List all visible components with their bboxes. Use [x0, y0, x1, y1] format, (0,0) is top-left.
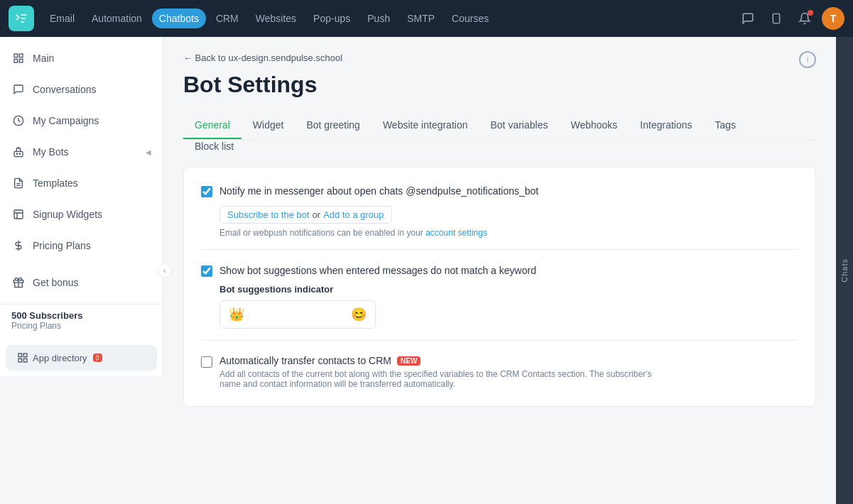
notifications-icon[interactable] [793, 7, 816, 30]
svg-rect-5 [14, 59, 18, 62]
crm-setting-row: Automatically transfer contacts to CRM N… [201, 340, 798, 389]
sidebar-label-campaigns: My Campaigns [33, 115, 99, 126]
sidebar-label-bonus: Get bonus [33, 277, 79, 288]
svg-rect-3 [19, 54, 23, 57]
chats-panel[interactable]: Chats [836, 37, 853, 504]
app-directory-button[interactable]: App directoryβ [6, 345, 157, 371]
tab-bot-variables[interactable]: Bot variables [479, 112, 559, 139]
svg-point-9 [19, 153, 20, 154]
app-directory-badge: β [93, 354, 102, 362]
notification-badge [808, 10, 813, 16]
pricing-icon [11, 239, 26, 253]
settings-panel: Notify me in messenger about open chats … [183, 167, 816, 407]
template-icon [11, 176, 26, 190]
nav-smtp[interactable]: SMTP [400, 9, 442, 28]
notify-label: Notify me in messenger about open chats … [219, 185, 538, 197]
indicator-value: 👑 [229, 307, 244, 322]
new-badge: NEW [397, 356, 420, 366]
tab-website-integration[interactable]: Website integration [371, 112, 479, 139]
sidebar-label-pricing: Pricing Plans [33, 240, 91, 251]
svg-rect-4 [19, 59, 23, 62]
notify-setting-row: Notify me in messenger about open chats … [201, 185, 798, 238]
nav-websites[interactable]: Websites [249, 9, 303, 28]
app-directory-label: App directory [33, 353, 87, 363]
nav-chatbots[interactable]: Chatbots [152, 9, 206, 28]
tab-bar: General Widget Bot greeting Website inte… [183, 112, 816, 140]
notify-hint: Email or webpush notifications can be en… [219, 228, 538, 238]
nav-crm[interactable]: CRM [209, 9, 246, 28]
back-link[interactable]: ← Back to ux-design.sendpulse.school [183, 53, 342, 63]
tab-tags[interactable]: Tags [704, 112, 748, 139]
notify-hint-prefix: Email or webpush notifications can be en… [219, 228, 425, 238]
sidebar-item-templates[interactable]: Templates [0, 168, 163, 199]
tab-widget[interactable]: Widget [241, 112, 295, 139]
svg-rect-12 [14, 210, 23, 219]
svg-rect-15 [18, 354, 22, 357]
subscribe-to-bot-link[interactable]: Subscribe to the bot [227, 209, 310, 220]
sidebar-item-main[interactable]: Main [0, 43, 163, 74]
logo[interactable] [9, 6, 34, 31]
svg-point-8 [16, 153, 17, 154]
sidebar-label-conversations: Conversations [33, 84, 97, 95]
nav-push[interactable]: Push [360, 9, 397, 28]
subscribe-links: Subscribe to the bot or Add to a group [219, 206, 392, 224]
sidebar-label-mybots: My Bots [33, 146, 69, 158]
account-settings-link[interactable]: account settings [425, 228, 487, 238]
svg-rect-18 [18, 358, 22, 362]
suggestions-setting-row: Show bot suggestions when entered messag… [201, 249, 798, 329]
svg-rect-0 [773, 13, 779, 23]
emoji-picker-button[interactable]: 😊 [351, 307, 366, 322]
chevron-icon: ◀ [146, 148, 151, 156]
plans-subtitle: Pricing Plans [11, 321, 151, 331]
user-avatar[interactable]: T [822, 7, 844, 30]
sidebar-item-mybots[interactable]: My Bots ◀ [0, 136, 163, 168]
sidebar-item-campaigns[interactable]: My Campaigns [0, 105, 163, 136]
sidebar-item-pricing[interactable]: Pricing Plans [0, 230, 163, 261]
info-button[interactable]: i [799, 51, 816, 68]
chat-support-icon[interactable] [737, 7, 759, 30]
widget-icon [11, 207, 26, 221]
svg-rect-16 [23, 354, 27, 357]
nav-popups[interactable]: Pop-ups [306, 9, 357, 28]
tab-bot-greeting[interactable]: Bot greeting [295, 112, 371, 139]
notify-checkbox[interactable] [201, 186, 212, 197]
crm-label: Automatically transfer contacts to CRM [219, 355, 391, 366]
suggestions-checkbox[interactable] [201, 265, 212, 277]
crm-hint: Add all contacts of the current bot alon… [219, 369, 674, 389]
sidebar-label-main: Main [33, 53, 54, 64]
tab-blocklist[interactable]: Block list [183, 133, 245, 160]
svg-rect-2 [14, 54, 18, 57]
sidebar-label-templates: Templates [33, 177, 78, 189]
sidebar: Main Conversations My Campaigns [0, 37, 163, 376]
main-content: ← Back to ux-design.sendpulse.school Bot… [163, 37, 836, 504]
indicator-input-field: 👑 😊 [219, 300, 376, 329]
sidebar-collapse-button[interactable]: ‹ [158, 263, 172, 278]
plans-title: 500 Subscribers [11, 310, 151, 321]
sidebar-item-bonus[interactable]: Get bonus [0, 267, 163, 298]
or-text: or [313, 209, 321, 220]
tab-webhooks[interactable]: Webhooks [559, 112, 629, 139]
top-navigation: Email Automation Chatbots CRM Websites P… [0, 0, 853, 37]
crm-checkbox[interactable] [201, 356, 212, 368]
page-title: Bot Settings [183, 72, 816, 98]
tab-integrations[interactable]: Integrations [629, 112, 703, 139]
add-to-group-link[interactable]: Add to a group [323, 209, 384, 220]
campaign-icon [11, 114, 26, 128]
crm-label-row: Automatically transfer contacts to CRM N… [219, 355, 674, 366]
nav-email[interactable]: Email [43, 9, 82, 28]
svg-rect-7 [14, 151, 23, 156]
nav-courses[interactable]: Courses [445, 9, 496, 28]
grid-icon [11, 51, 26, 65]
bot-icon [11, 145, 26, 159]
sidebar-item-conversations[interactable]: Conversations [0, 74, 163, 105]
sidebar-label-signup-widgets: Signup Widgets [33, 209, 102, 220]
mobile-icon[interactable] [765, 7, 788, 30]
chats-panel-label: Chats [840, 258, 849, 283]
sidebar-item-signup-widgets[interactable]: Signup Widgets [0, 199, 163, 230]
indicator-label: Bot suggestions indicator [219, 284, 536, 295]
sidebar-bottom: 500 Subscribers Pricing Plans [0, 304, 163, 339]
gift-icon [11, 275, 26, 290]
chat-icon [11, 82, 26, 97]
nav-automation[interactable]: Automation [85, 9, 149, 28]
suggestions-label: Show bot suggestions when entered messag… [219, 265, 536, 276]
